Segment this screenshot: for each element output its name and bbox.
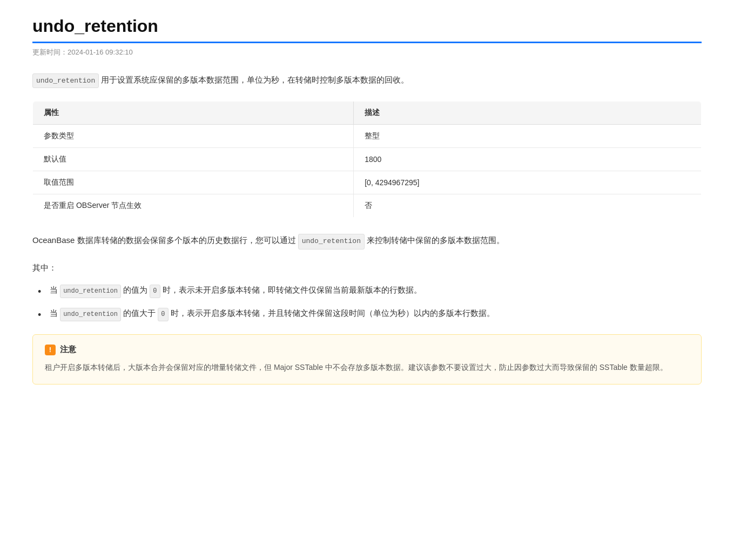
table-row: 参数类型 整型 — [33, 125, 702, 148]
bullet-after-0: 时，表示未开启多版本转储，即转储文件仅保留当前最新版本的行数据。 — [160, 285, 422, 294]
table-cell-attr-2: 取值范围 — [33, 171, 354, 194]
bullet-item-1: 当 undo_retention 的值大于 0 时，表示开启多版本转储，并且转储… — [38, 306, 702, 321]
bullet-item-0: 当 undo_retention 的值为 0 时，表示未开启多版本转储，即转储文… — [38, 282, 702, 298]
table-cell-attr-0: 参数类型 — [33, 125, 354, 148]
bullet-middle-0: 的值为 — [121, 285, 150, 294]
description-block: OceanBase 数据库转储的数据会保留多个版本的历史数据行，您可以通过 un… — [32, 233, 702, 249]
notice-content: 租户开启多版本转储后，大版本合并会保留对应的增量转储文件，但 Major SST… — [45, 361, 689, 374]
bullet-code1-1: undo_retention — [60, 308, 121, 321]
table-header-attr: 属性 — [33, 102, 354, 125]
table-cell-desc-3: 否 — [354, 194, 702, 218]
bullet-after-1: 时，表示开启多版本转储，并且转储文件保留这段时间（单位为秒）以内的多版本行数据。 — [169, 308, 495, 318]
notice-title: 注意 — [60, 345, 76, 355]
table-cell-desc-0: 整型 — [354, 125, 702, 148]
bullet-before-1: 当 — [50, 308, 60, 318]
bullet-before-0: 当 — [50, 285, 60, 294]
notice-box: ! 注意 租户开启多版本转储后，大版本合并会保留对应的增量转储文件，但 Majo… — [32, 334, 702, 384]
bullet-code2-1: 0 — [158, 308, 168, 321]
table-cell-desc-1: 1800 — [354, 148, 702, 171]
update-value: 2024-01-16 09:32:10 — [68, 48, 133, 56]
notice-icon: ! — [45, 345, 56, 355]
bullet-list: 当 undo_retention 的值为 0 时，表示未开启多版本转储，即转储文… — [32, 282, 702, 321]
bullet-code2-0: 0 — [150, 285, 160, 298]
params-table: 属性 描述 参数类型 整型 默认值 1800 取值范围 [0, 42949672… — [32, 101, 702, 218]
table-cell-attr-3: 是否重启 OBServer 节点生效 — [33, 194, 354, 218]
table-cell-attr-1: 默认值 — [33, 148, 354, 171]
page-title: undo_retention — [32, 16, 702, 43]
table-row: 默认值 1800 — [33, 148, 702, 171]
intro-paragraph: undo_retention 用于设置系统应保留的多版本数据范围，单位为秒，在转… — [32, 72, 702, 88]
intro-text: 用于设置系统应保留的多版本数据范围，单位为秒，在转储时控制多版本数据的回收。 — [99, 75, 409, 84]
update-time: 更新时间：2024-01-16 09:32:10 — [32, 48, 702, 57]
intro-code-tag: undo_retention — [32, 73, 99, 88]
desc-before: OceanBase 数据库转储的数据会保留多个版本的历史数据行，您可以通过 — [32, 235, 298, 245]
bullet-middle-1: 的值大于 — [121, 308, 158, 318]
notice-header: ! 注意 — [45, 345, 689, 355]
desc-after: 来控制转储中保留的多版本数据范围。 — [365, 235, 504, 245]
bullet-code1-0: undo_retention — [60, 285, 121, 298]
update-label: 更新时间： — [32, 48, 68, 56]
section-label: 其中： — [32, 260, 702, 275]
table-header-desc: 描述 — [354, 102, 702, 125]
desc-code: undo_retention — [298, 234, 365, 249]
table-row: 是否重启 OBServer 节点生效 否 — [33, 194, 702, 218]
table-row: 取值范围 [0, 4294967295] — [33, 171, 702, 194]
table-cell-desc-2: [0, 4294967295] — [354, 171, 702, 194]
